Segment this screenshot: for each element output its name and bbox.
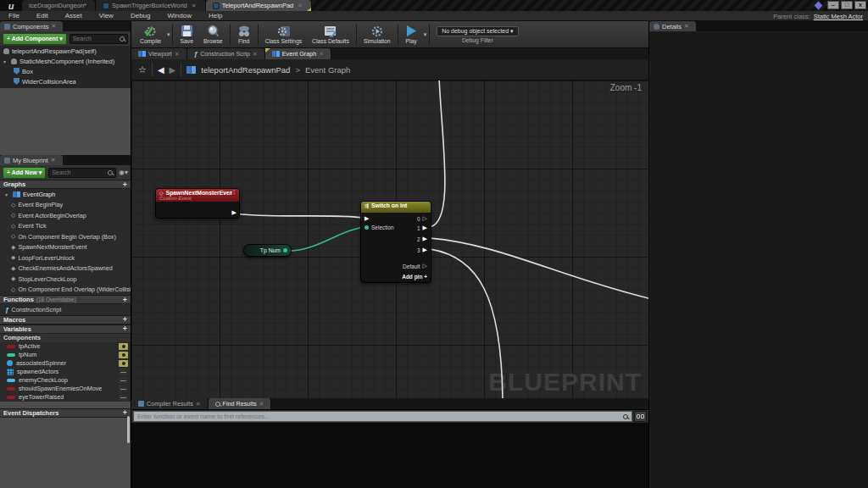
add-dispatcher-button[interactable]: + [123,408,127,417]
output-row-3[interactable]: 3 ▶ [417,247,427,253]
tree-row-staticmesh[interactable]: ▾ StaticMeshComponent (Inherited) [0,56,131,66]
close-icon[interactable]: ✕ [259,401,264,408]
menu-help[interactable]: Help [200,12,231,19]
add-pin-row[interactable]: Add pin + [402,274,427,280]
eye-open-icon[interactable] [119,360,128,367]
selection-input-row[interactable]: Selection [364,225,394,230]
myblueprint-search[interactable] [48,168,116,178]
variable-row[interactable]: spawnedActors [0,368,131,376]
variable-row[interactable]: associatedSpinner [0,359,131,368]
output-row-default[interactable]: Default ▷ [403,263,427,269]
graph-item[interactable]: ◈SpawnNextMonsterEvent [0,242,131,253]
compile-button[interactable]: Compile [135,22,166,47]
exec-output-pin[interactable]: ▶ [423,225,427,231]
add-graph-button[interactable]: + [123,180,127,189]
eye-closed-icon[interactable] [119,385,128,392]
favorite-star-icon[interactable]: ☆ [138,64,147,75]
variables-category-components[interactable]: Components [0,334,131,342]
find-in-blueprints-button[interactable] [634,411,647,422]
tab-construction-script[interactable]: ƒ Construction Scrip ✕ [187,48,265,59]
class-defaults-button[interactable]: Class Defaults [307,22,354,47]
close-icon[interactable]: ✕ [52,23,57,30]
variable-row[interactable]: tpActive [0,342,131,351]
eventgraph-row[interactable]: ▾ EventGraph [0,189,131,200]
output-row-2[interactable]: 2 ▶ [417,236,427,242]
close-icon[interactable]: ✕ [196,401,201,408]
graph-item[interactable]: ◈StopLeverCheckLoop [0,274,131,285]
variable-row[interactable]: enemyCheckLoop [0,376,131,385]
menu-window[interactable]: Window [159,12,199,19]
close-button[interactable]: x [854,1,866,9]
macros-section-header[interactable]: Macros + [0,315,131,324]
breadcrumb-asset[interactable]: teleportAndRespawnPad [201,65,290,75]
close-icon[interactable]: ✕ [319,51,324,58]
scrollbar-thumb[interactable] [127,416,130,443]
tab-details[interactable]: Details ✕ [649,21,696,31]
output-row-1[interactable]: 1 ▶ [417,225,427,231]
save-button[interactable]: Save [175,22,198,47]
play-button[interactable]: Play [400,22,423,47]
visibility-filter-icon[interactable]: ◉▾ [119,169,128,176]
debug-object-dropdown[interactable]: No debug object selected ▾ [437,26,518,36]
variable-row[interactable]: shouldSpawnEnemiesOnMove [0,385,131,393]
tab-my-blueprint[interactable]: My Blueprint ✕ [0,155,63,165]
menu-view[interactable]: View [91,12,122,19]
asset-tab-level[interactable]: IceDragonDungeon* [22,0,96,11]
find-button[interactable]: Find [232,22,256,47]
graph-item[interactable]: ◇On Component Begin Overlap (Box) [0,231,131,242]
variable-row[interactable]: tpNum [0,351,131,359]
tab-viewport[interactable]: Viewport ✕ [131,48,187,59]
close-icon[interactable]: ✕ [175,51,180,58]
find-input-wrap[interactable] [133,411,632,422]
restore-button[interactable]: □ [841,1,853,9]
tree-row-self[interactable]: teleportAndRespawnPad(self) [0,46,131,56]
tree-row-widercollision[interactable]: WiderCollisionArea [0,76,131,86]
myblueprint-search-input[interactable] [52,169,108,175]
exec-output-pin[interactable]: ▷ [423,263,427,269]
asset-tab-spawntrigger[interactable]: SpawnTriggerBoxIceWorld ✕ [96,0,206,11]
node-switch-on-int[interactable]: ⇶ Switch on Int ▶ Selection 0 ▷ 1 ▶ 2 ▶ … [360,201,431,283]
eye-closed-icon[interactable] [119,369,128,375]
eye-closed-icon[interactable] [119,394,128,401]
browse-button[interactable]: Browse [198,22,228,47]
expander-icon[interactable]: ▾ [3,58,8,64]
menu-asset[interactable]: Asset [57,12,91,19]
add-variable-button[interactable]: + [123,324,127,333]
close-icon[interactable]: ✕ [253,51,258,58]
functions-section-header[interactable]: Functions (18 Overridable) + [0,295,131,304]
simulation-button[interactable]: Simulation [359,22,396,47]
exec-output-pin[interactable]: ▶ [232,209,236,216]
components-search[interactable] [70,34,128,44]
graph-item[interactable]: ◈LoopForLeverUnlock [0,252,131,263]
exec-output-pin[interactable]: ▷ [423,215,427,222]
expander-icon[interactable]: ▾ [5,191,10,197]
add-new-button[interactable]: + Add New ▾ [3,167,46,179]
eye-closed-icon[interactable] [119,377,128,384]
exec-output-pin[interactable]: ▶ [423,236,427,242]
find-results-list[interactable] [131,423,648,488]
close-icon[interactable]: ✕ [684,23,689,30]
breadcrumb-page[interactable]: Event Graph [305,65,350,75]
int-output-pin[interactable] [283,248,287,252]
close-icon[interactable]: ✕ [192,3,197,9]
play-dropdown-icon[interactable]: ▾ [424,31,427,38]
class-settings-button[interactable]: Class Settings [260,22,307,47]
graph-item[interactable]: ◇Event BeginPlay [0,200,131,211]
compile-dropdown-icon[interactable]: ▾ [167,31,170,38]
forward-arrow-icon[interactable]: ▶ [170,65,176,75]
graph-item[interactable]: ◇Event ActorBeginOverlap [0,210,131,221]
back-arrow-icon[interactable]: ◀ [158,65,164,75]
eye-open-icon[interactable] [119,343,128,350]
graph-item[interactable]: ◇On Component End Overlap (WiderCollisi [0,285,131,296]
variable-row[interactable]: eyeTowerRaised [0,393,131,402]
exec-input-row[interactable]: ▶ [364,215,369,222]
construction-script-row[interactable]: ƒ ConstructionScript [0,304,131,315]
output-row-0[interactable]: 0 ▷ [417,215,427,222]
add-component-button[interactable]: + Add Component ▾ [3,33,67,45]
components-search-input[interactable] [73,36,120,42]
close-icon[interactable]: ✕ [298,3,303,9]
add-macro-button[interactable]: + [123,315,127,324]
node-spawnnextmonsterevent[interactable]: ◇ SpawnNextMonsterEvent Custom Event ▶ [155,188,240,219]
int-input-pin[interactable] [364,225,369,230]
graph-item[interactable]: ◇Event Tick [0,221,131,232]
